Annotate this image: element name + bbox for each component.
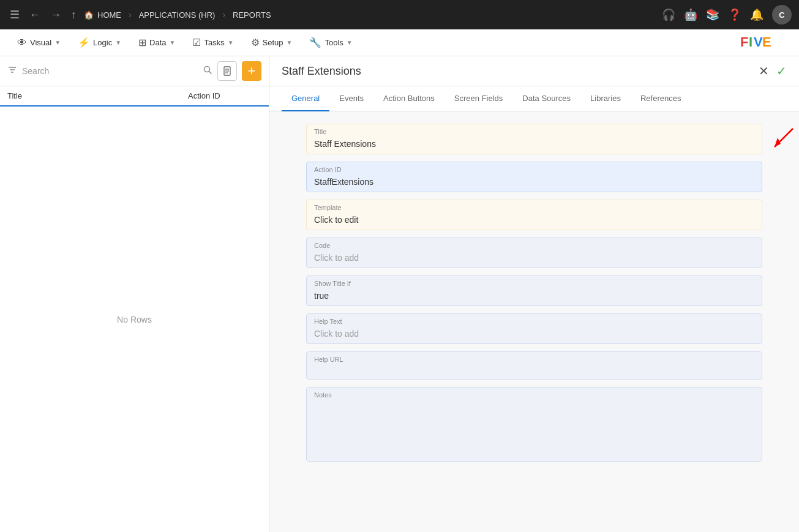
- right-panel: Staff Extensions ✕ ✓ General Events Acti…: [269, 56, 799, 532]
- setup-chevron: ▼: [287, 39, 293, 46]
- tabs: General Events Action Buttons Screen Fie…: [269, 86, 799, 111]
- help-text-field-value[interactable]: Click to add: [307, 326, 762, 343]
- breadcrumb-reports[interactable]: REPORTS: [233, 10, 271, 20]
- breadcrumb-arrow-2: ›: [222, 10, 225, 20]
- tab-events[interactable]: Events: [329, 86, 373, 111]
- action-id-field-value[interactable]: StaffExtensions: [307, 174, 762, 192]
- logic-icon: ⚡: [78, 37, 90, 48]
- svg-text:E: E: [762, 34, 771, 50]
- notes-field-value[interactable]: [307, 400, 762, 461]
- visual-chevron: ▼: [54, 39, 61, 46]
- help-text-field[interactable]: Help Text Click to add: [306, 313, 762, 344]
- template-field-value[interactable]: Click to edit: [307, 212, 762, 230]
- headset-icon[interactable]: 🎧: [662, 8, 675, 21]
- data-chevron: ▼: [170, 39, 176, 46]
- bell-icon[interactable]: 🔔: [750, 8, 763, 21]
- no-rows-label: No Rows: [117, 315, 152, 324]
- empty-state: No Rows: [0, 107, 269, 532]
- tasks-chevron: ▼: [228, 39, 234, 46]
- nav-setup-label: Setup: [263, 38, 283, 47]
- tools-icon: 🔧: [309, 37, 321, 48]
- confirm-button[interactable]: ✓: [776, 64, 787, 78]
- title-field[interactable]: Title Staff Extensions: [306, 124, 762, 154]
- home-label: HOME: [97, 10, 121, 20]
- apps-label: APPLICATIONS (HR): [139, 10, 216, 20]
- nav-setup[interactable]: ⚙ Setup ▼: [244, 33, 300, 52]
- form-content: Title Staff Extensions Action ID StaffEx…: [269, 111, 799, 532]
- title-field-value[interactable]: Staff Extensions: [307, 137, 762, 154]
- five-logo: F I V E: [740, 33, 789, 52]
- col-action-header: Action ID: [188, 91, 261, 100]
- col-title-header: Title: [7, 91, 188, 100]
- left-panel: + Title Action ID No Rows: [0, 56, 269, 532]
- svg-text:I: I: [749, 34, 752, 50]
- title-field-label: Title: [307, 124, 762, 137]
- nav-tools-label: Tools: [324, 38, 343, 47]
- right-panel-wrapper: Staff Extensions ✕ ✓ General Events Acti…: [269, 56, 799, 532]
- breadcrumb-home[interactable]: 🏠 HOME: [84, 10, 121, 20]
- secondary-nav: 👁 Visual ▼ ⚡ Logic ▼ ⊞ Data ▼ ☑ Tasks ▼ …: [0, 29, 799, 56]
- breadcrumb-arrow-1: ›: [129, 10, 132, 20]
- show-title-field[interactable]: Show Title If true: [306, 275, 762, 306]
- svg-text:V: V: [754, 34, 763, 50]
- nav-data[interactable]: ⊞ Data ▼: [131, 33, 182, 52]
- filter-icon: [7, 65, 17, 77]
- tab-general[interactable]: General: [282, 86, 329, 111]
- menu-icon[interactable]: ☰: [7, 6, 22, 24]
- tab-action-buttons[interactable]: Action Buttons: [373, 86, 445, 111]
- nav-tools[interactable]: 🔧 Tools ▼: [302, 33, 359, 52]
- nav-tasks[interactable]: ☑ Tasks ▼: [185, 33, 241, 52]
- svg-text:F: F: [740, 34, 748, 50]
- plus-icon: +: [248, 64, 256, 78]
- add-button[interactable]: +: [242, 61, 261, 81]
- notes-field-label: Notes: [307, 388, 762, 400]
- reports-label: REPORTS: [233, 10, 271, 20]
- panel-title: Staff Extensions: [282, 65, 361, 85]
- tab-screen-fields[interactable]: Screen Fields: [445, 86, 512, 111]
- robot-icon[interactable]: 🤖: [684, 8, 697, 21]
- user-avatar[interactable]: C: [772, 5, 792, 24]
- tab-libraries[interactable]: Libraries: [580, 86, 631, 111]
- action-id-field[interactable]: Action ID StaffExtensions: [306, 162, 762, 192]
- panel-actions: ✕ ✓: [759, 64, 787, 86]
- notes-field[interactable]: Notes: [306, 387, 762, 462]
- document-button[interactable]: [217, 61, 237, 81]
- nav-visual-label: Visual: [30, 38, 51, 47]
- search-bar: +: [0, 56, 269, 86]
- forward-icon[interactable]: →: [48, 6, 64, 24]
- help-url-field-label: Help URL: [307, 352, 762, 364]
- help-url-field-value[interactable]: [307, 364, 762, 379]
- tab-references[interactable]: References: [631, 86, 691, 111]
- search-input[interactable]: [22, 66, 198, 76]
- main-layout: + Title Action ID No Rows Staff Extensio…: [0, 56, 799, 532]
- visual-icon: 👁: [17, 37, 27, 48]
- nav-logic-label: Logic: [93, 38, 112, 47]
- setup-icon: ⚙: [251, 37, 260, 48]
- up-icon[interactable]: ↑: [69, 6, 79, 24]
- search-icon[interactable]: [203, 65, 212, 77]
- table-header: Title Action ID: [0, 86, 269, 107]
- action-id-field-label: Action ID: [307, 162, 762, 174]
- help-url-field[interactable]: Help URL: [306, 351, 762, 380]
- code-field-label: Code: [307, 238, 762, 250]
- tasks-icon: ☑: [192, 37, 201, 48]
- nav-logic[interactable]: ⚡ Logic ▼: [70, 33, 129, 52]
- tools-chevron: ▼: [347, 39, 353, 46]
- help-icon[interactable]: ❓: [728, 8, 741, 21]
- close-button[interactable]: ✕: [759, 64, 769, 78]
- tab-data-sources[interactable]: Data Sources: [512, 86, 580, 111]
- breadcrumb-apps[interactable]: APPLICATIONS (HR): [139, 10, 216, 20]
- panel-header: Staff Extensions ✕ ✓: [269, 56, 799, 86]
- home-icon: 🏠: [84, 10, 94, 20]
- data-icon: ⊞: [138, 37, 146, 48]
- code-field[interactable]: Code Click to add: [306, 238, 762, 268]
- top-bar: ☰ ← → ↑ 🏠 HOME › APPLICATIONS (HR) › REP…: [0, 0, 799, 29]
- books-icon[interactable]: 📚: [706, 8, 719, 21]
- show-title-field-value[interactable]: true: [307, 288, 762, 305]
- back-icon[interactable]: ←: [27, 6, 43, 24]
- show-title-field-label: Show Title If: [307, 276, 762, 288]
- template-field[interactable]: Template Click to edit: [306, 200, 762, 230]
- code-field-value[interactable]: Click to add: [307, 250, 762, 268]
- logic-chevron: ▼: [115, 39, 121, 46]
- nav-visual[interactable]: 👁 Visual ▼: [10, 34, 68, 52]
